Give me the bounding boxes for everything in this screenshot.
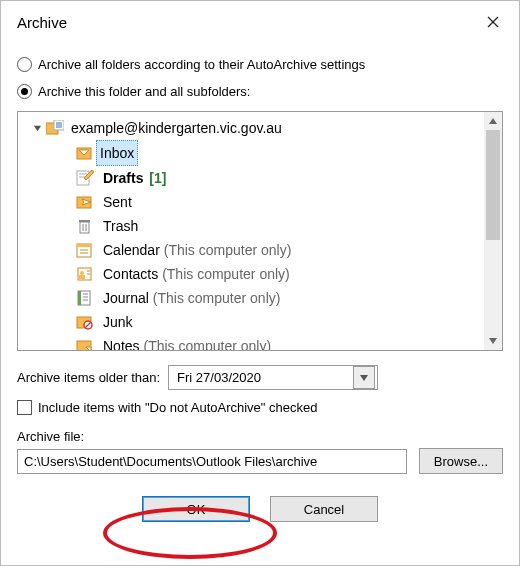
drafts-icon xyxy=(76,170,94,186)
svg-marker-40 xyxy=(489,338,497,344)
ok-button[interactable]: OK xyxy=(142,496,250,522)
titlebar: Archive xyxy=(1,1,519,43)
tree-item-label: Drafts xyxy=(103,170,143,186)
svg-rect-16 xyxy=(80,222,89,233)
scroll-up-arrow[interactable] xyxy=(484,112,502,130)
local-suffix: (This computer only) xyxy=(158,266,289,282)
scroll-down-arrow[interactable] xyxy=(484,332,502,350)
tree-item-calendar[interactable]: Calendar (This computer only) xyxy=(18,238,484,262)
option-archive-all-label: Archive all folders according to their A… xyxy=(38,57,365,72)
close-icon xyxy=(487,16,499,28)
local-suffix: (This computer only) xyxy=(149,290,280,306)
dropdown-arrow-icon[interactable] xyxy=(353,366,375,389)
tree-item-journal[interactable]: Journal (This computer only) xyxy=(18,286,484,310)
svg-rect-30 xyxy=(78,291,81,305)
local-suffix: (This computer only) xyxy=(160,242,291,258)
local-suffix: (This computer only) xyxy=(140,338,271,350)
option-archive-this-label: Archive this folder and all subfolders: xyxy=(38,84,250,99)
tree-item-label: Sent xyxy=(100,190,135,214)
older-than-combo[interactable]: Fri 27/03/2020 xyxy=(168,365,378,390)
tree-root-account[interactable]: example@kindergarten.vic.gov.au xyxy=(18,116,484,140)
svg-rect-26 xyxy=(79,275,85,279)
folder-tree: example@kindergarten.vic.gov.au Inbox xyxy=(17,111,503,351)
archive-file-row: C:\Users\Student\Documents\Outlook Files… xyxy=(17,448,503,474)
trash-icon xyxy=(76,218,94,234)
cancel-button[interactable]: Cancel xyxy=(270,496,378,522)
tree-item-label: Inbox xyxy=(96,140,138,166)
tree-item-label: Contacts xyxy=(103,266,158,282)
tree-root-label: example@kindergarten.vic.gov.au xyxy=(68,116,285,140)
dialog-body: Archive all folders according to their A… xyxy=(1,43,519,565)
ok-button-label: OK xyxy=(187,502,206,517)
tree-item-inbox[interactable]: Inbox xyxy=(18,140,484,166)
chevron-down-icon xyxy=(32,124,42,133)
older-than-value: Fri 27/03/2020 xyxy=(177,370,261,385)
archive-file-label: Archive file: xyxy=(17,429,503,444)
scrollbar-thumb[interactable] xyxy=(486,130,500,240)
svg-marker-41 xyxy=(360,375,368,381)
archive-file-path-value: C:\Users\Student\Documents\Outlook Files… xyxy=(24,454,317,469)
archive-file-path-input[interactable]: C:\Users\Student\Documents\Outlook Files… xyxy=(17,449,407,474)
tree-item-label: Calendar xyxy=(103,242,160,258)
window-title: Archive xyxy=(17,14,67,31)
tree-item-notes[interactable]: Notes (This computer only) xyxy=(18,334,484,350)
radio-icon xyxy=(17,57,32,72)
sent-icon xyxy=(76,194,94,210)
close-button[interactable] xyxy=(471,6,515,38)
folder-tree-content: example@kindergarten.vic.gov.au Inbox xyxy=(18,112,484,350)
include-checkbox-label: Include items with "Do not AutoArchive" … xyxy=(38,400,317,415)
svg-point-25 xyxy=(80,271,84,275)
svg-rect-21 xyxy=(77,244,91,247)
dialog-button-row: OK Cancel xyxy=(17,496,503,522)
tree-item-sent[interactable]: Sent xyxy=(18,190,484,214)
svg-rect-17 xyxy=(79,220,90,222)
archive-dialog: Archive Archive all folders according to… xyxy=(0,0,520,566)
account-icon xyxy=(46,120,64,136)
inbox-icon xyxy=(76,145,94,161)
tree-item-label: Junk xyxy=(100,310,136,334)
tree-item-label: Journal xyxy=(103,290,149,306)
tree-item-junk[interactable]: Junk xyxy=(18,310,484,334)
radio-icon xyxy=(17,84,32,99)
tree-item-label: Trash xyxy=(100,214,141,238)
older-than-label: Archive items older than: xyxy=(17,370,160,385)
older-than-row: Archive items older than: Fri 27/03/2020 xyxy=(17,365,503,390)
svg-marker-2 xyxy=(33,125,40,130)
drafts-count: [1] xyxy=(149,170,166,186)
browse-button-label: Browse... xyxy=(434,454,488,469)
cancel-button-label: Cancel xyxy=(304,502,344,517)
tree-item-contacts[interactable]: Contacts (This computer only) xyxy=(18,262,484,286)
include-no-autoarchive-checkbox[interactable]: Include items with "Do not AutoArchive" … xyxy=(17,400,503,415)
svg-marker-39 xyxy=(489,118,497,124)
browse-button[interactable]: Browse... xyxy=(419,448,503,474)
journal-icon xyxy=(76,290,94,306)
contacts-icon xyxy=(76,266,94,282)
scrollbar-track[interactable] xyxy=(484,130,502,332)
calendar-icon xyxy=(76,242,94,258)
option-archive-this[interactable]: Archive this folder and all subfolders: xyxy=(17,84,503,99)
junk-icon xyxy=(76,314,94,330)
vertical-scrollbar[interactable] xyxy=(484,112,502,350)
tree-item-trash[interactable]: Trash xyxy=(18,214,484,238)
checkbox-icon xyxy=(17,400,32,415)
option-archive-all[interactable]: Archive all folders according to their A… xyxy=(17,57,503,72)
notes-icon xyxy=(76,338,94,350)
tree-item-drafts[interactable]: Drafts [1] xyxy=(18,166,484,190)
tree-item-label: Notes xyxy=(103,338,140,350)
